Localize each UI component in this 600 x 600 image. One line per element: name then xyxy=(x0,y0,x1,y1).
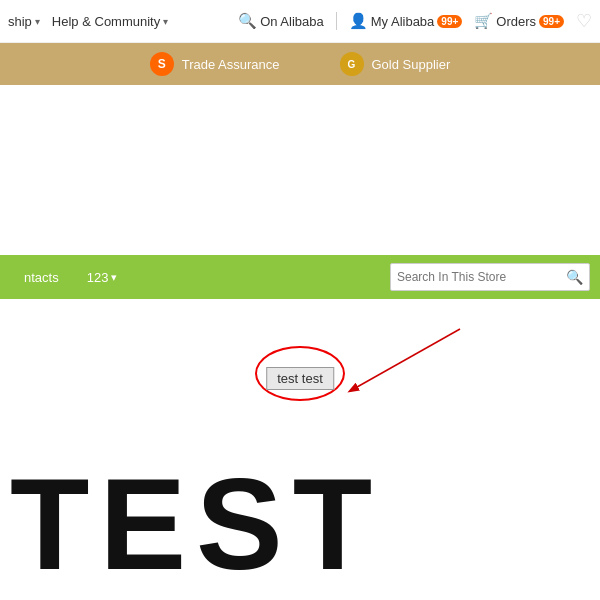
trade-assurance-item[interactable]: S Trade Assurance xyxy=(150,52,280,76)
store-search-icon: 🔍 xyxy=(566,269,583,285)
ship-label: ship xyxy=(8,14,32,29)
help-nav-item[interactable]: Help & Community ▾ xyxy=(52,14,168,29)
orders-label: Orders xyxy=(496,14,536,29)
help-chevron: ▾ xyxy=(163,16,168,27)
annotation-area: test test xyxy=(0,299,600,459)
store-nav: ntacts 123 ▾ 🔍 xyxy=(0,255,600,299)
store-search-box[interactable]: 🔍 xyxy=(390,263,590,291)
contacts-nav-item[interactable]: ntacts xyxy=(10,255,73,299)
contacts-label: ntacts xyxy=(24,270,59,285)
content-area: test test TEST xyxy=(0,299,600,600)
ship-nav-item[interactable]: ship ▾ xyxy=(8,14,40,29)
search-icon: 🔍 xyxy=(238,12,257,30)
wishlist-nav-item[interactable]: ♡ xyxy=(576,10,592,32)
big-test-text: TEST xyxy=(0,459,600,589)
trade-assurance-label: Trade Assurance xyxy=(182,57,280,72)
myalibaba-label: My Alibaba xyxy=(371,14,435,29)
orders-nav-item[interactable]: 🛒 Orders 99+ xyxy=(474,12,564,30)
test-button[interactable]: test test xyxy=(266,367,334,390)
hero-area xyxy=(0,85,600,255)
dropdown-nav-item[interactable]: 123 ▾ xyxy=(73,255,132,299)
test-button-wrapper: test test xyxy=(266,367,334,390)
cart-icon: 🛒 xyxy=(474,12,493,30)
myalibaba-badge: 99+ xyxy=(437,15,462,28)
trade-assurance-icon: S xyxy=(150,52,174,76)
gold-supplier-icon: G xyxy=(340,52,364,76)
top-nav: ship ▾ Help & Community ▾ 🔍 On Alibaba 👤… xyxy=(0,0,600,43)
nav-separator-1 xyxy=(336,12,337,30)
heart-icon: ♡ xyxy=(576,10,592,32)
ship-chevron: ▾ xyxy=(35,16,40,27)
store-search-input[interactable] xyxy=(397,270,566,284)
svg-line-0 xyxy=(350,329,460,391)
myalibaba-nav-item[interactable]: 👤 My Alibaba 99+ xyxy=(349,12,463,30)
gold-supplier-label: Gold Supplier xyxy=(372,57,451,72)
dropdown-label: 123 xyxy=(87,270,109,285)
gold-supplier-item[interactable]: G Gold Supplier xyxy=(340,52,451,76)
help-label: Help & Community xyxy=(52,14,160,29)
user-icon: 👤 xyxy=(349,12,368,30)
search-label: On Alibaba xyxy=(260,14,324,29)
trade-bar: S Trade Assurance G Gold Supplier xyxy=(0,43,600,85)
search-nav-item[interactable]: 🔍 On Alibaba xyxy=(238,12,324,30)
dropdown-chevron: ▾ xyxy=(111,271,117,284)
orders-badge: 99+ xyxy=(539,15,564,28)
